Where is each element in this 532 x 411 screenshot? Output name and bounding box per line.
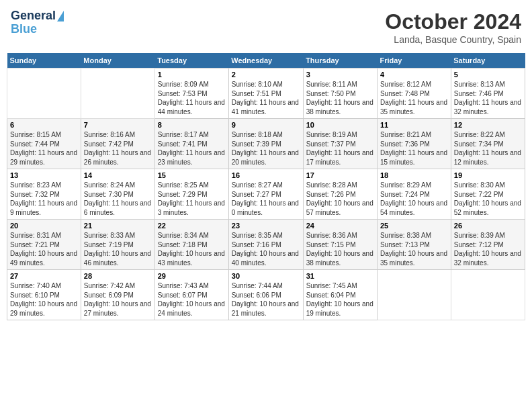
- day-info: Sunrise: 8:38 AM Sunset: 7:13 PM Dayligh…: [380, 231, 448, 267]
- day-info: Sunrise: 8:18 AM Sunset: 7:39 PM Dayligh…: [232, 130, 300, 167]
- day-header-tuesday: Tuesday: [154, 53, 228, 68]
- day-number: 4: [380, 71, 448, 79]
- day-number: 25: [380, 222, 448, 230]
- day-info: Sunrise: 8:29 AM Sunset: 7:24 PM Dayligh…: [380, 181, 448, 217]
- calendar-cell: 30Sunrise: 7:44 AM Sunset: 6:06 PM Dayli…: [228, 270, 303, 320]
- day-info: Sunrise: 8:17 AM Sunset: 7:41 PM Dayligh…: [158, 130, 226, 167]
- day-info: Sunrise: 8:09 AM Sunset: 7:53 PM Dayligh…: [158, 80, 226, 116]
- day-info: Sunrise: 7:45 AM Sunset: 6:04 PM Dayligh…: [306, 281, 374, 318]
- day-number: 1: [158, 71, 226, 79]
- day-info: Sunrise: 7:44 AM Sunset: 6:06 PM Dayligh…: [232, 281, 300, 318]
- calendar-body: 1Sunrise: 8:09 AM Sunset: 7:53 PM Daylig…: [7, 68, 525, 320]
- day-number: 26: [454, 222, 522, 230]
- calendar-table: SundayMondayTuesdayWednesdayThursdayFrid…: [7, 53, 525, 320]
- calendar-cell: 26Sunrise: 8:39 AM Sunset: 7:12 PM Dayli…: [451, 220, 525, 270]
- logo: General Blue: [11, 9, 64, 36]
- day-number: 31: [306, 272, 374, 280]
- calendar-cell: 8Sunrise: 8:17 AM Sunset: 7:41 PM Daylig…: [154, 119, 228, 169]
- day-number: 30: [232, 272, 300, 280]
- calendar-cell: 21Sunrise: 8:33 AM Sunset: 7:19 PM Dayli…: [81, 220, 154, 270]
- calendar-week-row: 13Sunrise: 8:23 AM Sunset: 7:32 PM Dayli…: [7, 169, 525, 220]
- day-number: 18: [380, 171, 448, 179]
- calendar-week-row: 20Sunrise: 8:31 AM Sunset: 7:21 PM Dayli…: [7, 220, 525, 270]
- day-number: 29: [158, 272, 226, 280]
- calendar-cell: 3Sunrise: 8:11 AM Sunset: 7:50 PM Daylig…: [303, 68, 377, 119]
- logo-text-blue: Blue: [11, 23, 37, 36]
- day-info: Sunrise: 8:33 AM Sunset: 7:19 PM Dayligh…: [84, 231, 152, 267]
- day-info: Sunrise: 8:27 AM Sunset: 7:27 PM Dayligh…: [232, 181, 300, 217]
- page-header: General Blue October 2024 Landa, Basque …: [7, 7, 525, 48]
- day-number: 8: [158, 121, 226, 129]
- day-header-saturday: Saturday: [451, 53, 525, 68]
- day-info: Sunrise: 8:23 AM Sunset: 7:32 PM Dayligh…: [10, 181, 78, 217]
- calendar-cell: [7, 68, 81, 119]
- calendar-header-row: SundayMondayTuesdayWednesdayThursdayFrid…: [7, 53, 525, 68]
- calendar-cell: 28Sunrise: 7:42 AM Sunset: 6:09 PM Dayli…: [81, 270, 154, 320]
- day-info: Sunrise: 8:15 AM Sunset: 7:44 PM Dayligh…: [10, 130, 78, 167]
- calendar-week-row: 6Sunrise: 8:15 AM Sunset: 7:44 PM Daylig…: [7, 119, 525, 169]
- day-info: Sunrise: 8:11 AM Sunset: 7:50 PM Dayligh…: [306, 80, 374, 116]
- day-info: Sunrise: 8:19 AM Sunset: 7:37 PM Dayligh…: [306, 130, 374, 167]
- day-number: 28: [84, 272, 152, 280]
- day-number: 2: [232, 71, 300, 79]
- day-info: Sunrise: 8:39 AM Sunset: 7:12 PM Dayligh…: [454, 231, 522, 267]
- day-info: Sunrise: 8:13 AM Sunset: 7:46 PM Dayligh…: [454, 80, 522, 116]
- day-info: Sunrise: 8:28 AM Sunset: 7:26 PM Dayligh…: [306, 181, 374, 217]
- calendar-cell: 1Sunrise: 8:09 AM Sunset: 7:53 PM Daylig…: [154, 68, 228, 119]
- calendar-cell: 12Sunrise: 8:22 AM Sunset: 7:34 PM Dayli…: [451, 119, 525, 169]
- day-info: Sunrise: 7:43 AM Sunset: 6:07 PM Dayligh…: [158, 281, 226, 318]
- day-number: 13: [10, 171, 78, 179]
- calendar-cell: 27Sunrise: 7:40 AM Sunset: 6:10 PM Dayli…: [7, 270, 81, 320]
- title-block: October 2024 Landa, Basque Country, Spai…: [385, 9, 521, 45]
- logo-text-general: General: [11, 9, 56, 23]
- calendar-cell: 20Sunrise: 8:31 AM Sunset: 7:21 PM Dayli…: [7, 220, 81, 270]
- calendar-cell: 31Sunrise: 7:45 AM Sunset: 6:04 PM Dayli…: [303, 270, 377, 320]
- day-number: 11: [380, 121, 448, 129]
- calendar-cell: 11Sunrise: 8:21 AM Sunset: 7:36 PM Dayli…: [377, 119, 451, 169]
- day-number: 10: [306, 121, 374, 129]
- day-number: 15: [158, 171, 226, 179]
- day-info: Sunrise: 7:40 AM Sunset: 6:10 PM Dayligh…: [10, 281, 78, 318]
- calendar-cell: 6Sunrise: 8:15 AM Sunset: 7:44 PM Daylig…: [7, 119, 81, 169]
- calendar-cell: 16Sunrise: 8:27 AM Sunset: 7:27 PM Dayli…: [228, 169, 303, 220]
- day-number: 5: [454, 71, 522, 79]
- day-info: Sunrise: 8:22 AM Sunset: 7:34 PM Dayligh…: [454, 130, 522, 167]
- location: Landa, Basque Country, Spain: [385, 34, 521, 45]
- day-info: Sunrise: 7:42 AM Sunset: 6:09 PM Dayligh…: [84, 281, 152, 318]
- calendar-cell: 17Sunrise: 8:28 AM Sunset: 7:26 PM Dayli…: [303, 169, 377, 220]
- day-number: 3: [306, 71, 374, 79]
- day-info: Sunrise: 8:36 AM Sunset: 7:15 PM Dayligh…: [306, 231, 374, 267]
- day-number: 20: [10, 222, 78, 230]
- calendar-week-row: 1Sunrise: 8:09 AM Sunset: 7:53 PM Daylig…: [7, 68, 525, 119]
- day-number: 24: [306, 222, 374, 230]
- day-header-thursday: Thursday: [303, 53, 377, 68]
- calendar-cell: [451, 270, 525, 320]
- day-info: Sunrise: 8:10 AM Sunset: 7:51 PM Dayligh…: [232, 80, 300, 116]
- calendar-cell: 14Sunrise: 8:24 AM Sunset: 7:30 PM Dayli…: [81, 169, 154, 220]
- day-number: 21: [84, 222, 152, 230]
- day-info: Sunrise: 8:25 AM Sunset: 7:29 PM Dayligh…: [158, 181, 226, 217]
- day-info: Sunrise: 8:34 AM Sunset: 7:18 PM Dayligh…: [158, 231, 226, 267]
- calendar-cell: 19Sunrise: 8:30 AM Sunset: 7:22 PM Dayli…: [451, 169, 525, 220]
- calendar-cell: [81, 68, 154, 119]
- day-number: 14: [84, 171, 152, 179]
- calendar-cell: 7Sunrise: 8:16 AM Sunset: 7:42 PM Daylig…: [81, 119, 154, 169]
- day-header-monday: Monday: [81, 53, 154, 68]
- day-number: 22: [158, 222, 226, 230]
- calendar-cell: 9Sunrise: 8:18 AM Sunset: 7:39 PM Daylig…: [228, 119, 303, 169]
- day-number: 17: [306, 171, 374, 179]
- day-number: 6: [10, 121, 78, 129]
- day-header-sunday: Sunday: [7, 53, 81, 68]
- day-info: Sunrise: 8:31 AM Sunset: 7:21 PM Dayligh…: [10, 231, 78, 267]
- day-number: 16: [232, 171, 300, 179]
- day-info: Sunrise: 8:12 AM Sunset: 7:48 PM Dayligh…: [380, 80, 448, 116]
- day-number: 23: [232, 222, 300, 230]
- day-number: 7: [84, 121, 152, 129]
- calendar-cell: 2Sunrise: 8:10 AM Sunset: 7:51 PM Daylig…: [228, 68, 303, 119]
- day-number: 12: [454, 121, 522, 129]
- day-info: Sunrise: 8:21 AM Sunset: 7:36 PM Dayligh…: [380, 130, 448, 167]
- day-number: 19: [454, 171, 522, 179]
- month-title: October 2024: [385, 9, 521, 34]
- calendar-cell: 29Sunrise: 7:43 AM Sunset: 6:07 PM Dayli…: [154, 270, 228, 320]
- calendar-cell: 13Sunrise: 8:23 AM Sunset: 7:32 PM Dayli…: [7, 169, 81, 220]
